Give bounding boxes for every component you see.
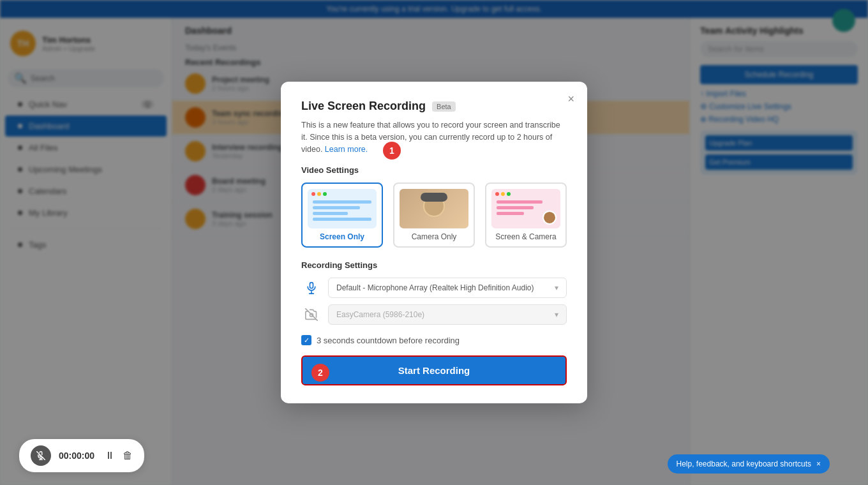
screen-only-preview (308, 189, 377, 228)
small-cam-overlay (542, 211, 557, 225)
microphone-select[interactable]: Default - Microphone Array (Realtek High… (328, 278, 567, 298)
modal-description: This is a new feature that allows you to… (301, 119, 567, 155)
chevron-down-icon: ▾ (555, 283, 558, 292)
modal-beta-badge: Beta (432, 101, 456, 111)
bottom-recording-bar: 00:00:00 ⏸ 🗑 (19, 439, 144, 472)
live-screen-recording-modal: × Live Screen Recording Beta This is a n… (281, 82, 587, 403)
microphone-row: Default - Microphone Array (Realtek High… (301, 278, 567, 298)
help-text: Help, feedback, and keyboard shortcuts (677, 459, 811, 468)
camera-row: EasyCamera (5986-210e) ▾ (301, 304, 567, 325)
modal-header: Live Screen Recording Beta (301, 100, 567, 113)
start-recording-button[interactable]: Start Recording (301, 355, 567, 385)
dot-red (311, 192, 315, 196)
chevron-down-icon: ▾ (555, 310, 558, 319)
video-options-group: Screen Only Camera Only (301, 183, 567, 248)
svg-line-3 (306, 309, 317, 320)
learn-more-link[interactable]: Learn more. (325, 144, 368, 153)
help-feedback-bar: Help, feedback, and keyboard shortcuts × (668, 454, 830, 474)
dot-yellow (317, 192, 321, 196)
countdown-checkbox[interactable]: ✓ (301, 335, 311, 345)
delete-button[interactable]: 🗑 (123, 450, 133, 461)
step-1-badge: 1 (383, 142, 401, 160)
screen-camera-preview (491, 189, 560, 228)
modal-title: Live Screen Recording (301, 100, 426, 113)
camera-off-icon (301, 304, 322, 325)
modal-close-button[interactable]: × (567, 93, 574, 105)
svg-rect-0 (310, 283, 313, 288)
mic-mute-button[interactable] (31, 445, 51, 466)
video-option-screen-only[interactable]: Screen Only (301, 183, 383, 248)
recording-timer: 00:00:00 (59, 451, 97, 461)
screen-only-label: Screen Only (308, 232, 377, 241)
video-option-screen-camera[interactable]: Screen & Camera (485, 183, 567, 248)
video-option-camera-only[interactable]: Camera Only (393, 183, 475, 248)
dot-green (323, 192, 327, 196)
camera-select[interactable]: EasyCamera (5986-210e) ▾ (328, 304, 567, 325)
camera-only-label: Camera Only (400, 232, 468, 241)
step-2-badge: 2 (311, 364, 329, 382)
recording-settings-label: Recording Settings (301, 260, 567, 270)
video-settings-label: Video Settings (301, 165, 567, 175)
help-close-button[interactable]: × (816, 459, 821, 468)
countdown-checkbox-row: ✓ 3 seconds countdown before recording (301, 335, 567, 345)
countdown-label: 3 seconds countdown before recording (317, 336, 460, 345)
recording-settings: Default - Microphone Array (Realtek High… (301, 278, 567, 325)
camera-only-preview (400, 189, 468, 228)
screen-camera-label: Screen & Camera (491, 232, 560, 241)
pause-button[interactable]: ⏸ (105, 450, 115, 461)
microphone-icon (301, 278, 322, 298)
